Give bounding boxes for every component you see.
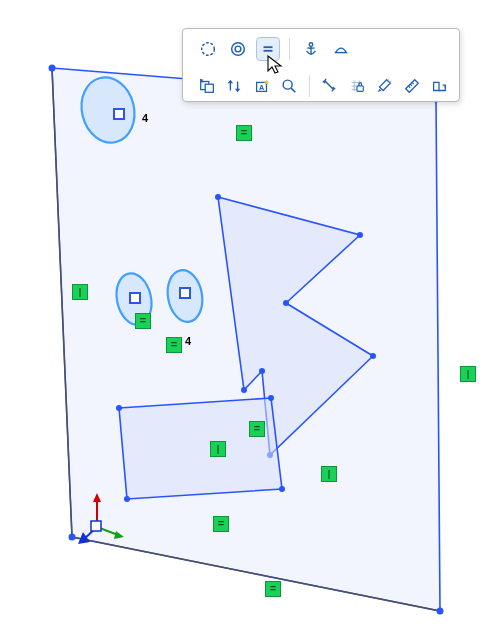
svg-point-7: [370, 353, 376, 359]
sketch-canvas[interactable]: = = = | | | = | = = 4 4: [0, 0, 500, 638]
separator: [309, 75, 310, 97]
ruler-icon[interactable]: [402, 75, 421, 97]
svg-point-6: [283, 300, 289, 306]
equal-icon[interactable]: [257, 38, 279, 60]
concentric-icon[interactable]: [227, 38, 249, 60]
constraint-vertical[interactable]: |: [72, 284, 88, 300]
toolbar-row-1: [183, 29, 459, 66]
constraint-equal[interactable]: =: [166, 337, 182, 353]
svg-point-38: [283, 80, 292, 89]
svg-text:A: A: [259, 83, 264, 92]
svg-point-13: [279, 486, 285, 492]
ellipse-center-point[interactable]: [129, 292, 141, 304]
svg-point-3: [69, 534, 76, 541]
constraint-vertical[interactable]: |: [321, 466, 337, 482]
svg-rect-21: [91, 521, 101, 531]
dimension-icon[interactable]: [320, 75, 339, 97]
svg-point-11: [116, 405, 122, 411]
constraint-equal[interactable]: =: [135, 313, 151, 329]
svg-point-0: [49, 65, 56, 72]
svg-rect-45: [357, 86, 363, 91]
swap-icon[interactable]: [224, 75, 243, 97]
zoom-icon[interactable]: [279, 75, 298, 97]
select-other-icon[interactable]: [197, 75, 216, 97]
svg-point-4: [215, 194, 221, 200]
svg-point-24: [235, 46, 241, 52]
svg-marker-34: [228, 80, 233, 84]
paint-icon[interactable]: [375, 75, 394, 97]
circle-dashed-icon[interactable]: [197, 38, 219, 60]
svg-rect-32: [205, 84, 213, 92]
svg-point-10: [241, 387, 247, 393]
rectangle-sketch[interactable]: [119, 398, 282, 499]
constraint-equal[interactable]: =: [249, 421, 265, 437]
svg-point-12: [268, 395, 274, 401]
svg-point-9: [259, 368, 265, 374]
svg-point-14: [124, 496, 130, 502]
ellipse-center-point[interactable]: [113, 108, 125, 120]
svg-line-40: [325, 81, 334, 90]
note-star-icon[interactable]: A: [252, 75, 271, 97]
anchor-icon[interactable]: [300, 38, 322, 60]
tangent-arc-icon[interactable]: [330, 38, 352, 60]
svg-line-39: [291, 88, 295, 92]
constraint-vertical[interactable]: |: [210, 441, 226, 457]
separator: [289, 38, 290, 60]
svg-point-5: [357, 232, 363, 238]
constraint-equal[interactable]: =: [213, 516, 229, 532]
svg-marker-35: [235, 89, 240, 93]
constraint-equal[interactable]: =: [265, 581, 281, 597]
equal-group-label: 4: [142, 112, 148, 124]
mirror-edge-icon[interactable]: [430, 75, 449, 97]
svg-point-27: [309, 43, 313, 47]
equal-group-label: 4: [185, 335, 191, 347]
lock-grid-icon[interactable]: [347, 75, 366, 97]
constraint-vertical[interactable]: |: [460, 366, 476, 382]
ellipse-center-point[interactable]: [179, 287, 191, 299]
toolbar-row-2: A: [183, 66, 459, 103]
svg-point-2: [437, 608, 444, 615]
svg-point-23: [232, 43, 245, 56]
svg-point-22: [202, 43, 215, 56]
constraint-equal[interactable]: =: [236, 125, 252, 141]
context-toolbar: A: [182, 28, 460, 102]
